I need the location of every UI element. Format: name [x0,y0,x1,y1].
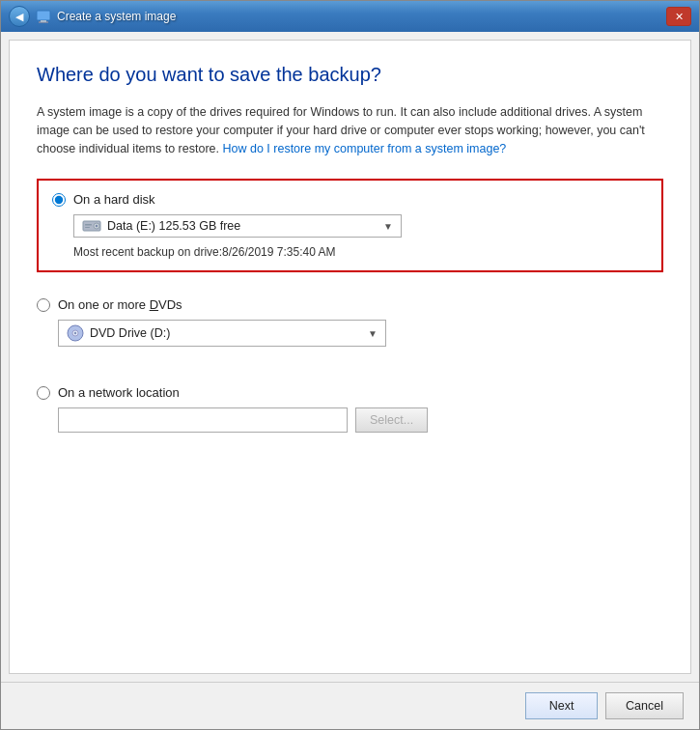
dvd-option: On one or more DVDs DVD Drive (D:) [37,292,663,360]
network-input-row: Select... [58,407,663,433]
hard-disk-icon [82,219,101,233]
network-radio[interactable] [37,386,50,400]
dvd-dropdown-value: DVD Drive (D:) [90,326,170,340]
select-button[interactable]: Select... [355,407,428,433]
hard-disk-radio[interactable] [52,193,66,207]
hard-disk-dropdown[interactable]: Data (E:) 125.53 GB free ▼ [73,214,402,238]
cancel-button[interactable]: Cancel [605,692,684,719]
hard-disk-option-box: On a hard disk Data (E:) 125 [37,179,663,272]
close-button[interactable]: ✕ [666,7,691,26]
dvd-option-row: On one or more DVDs [37,297,663,312]
page-title: Where do you want to save the backup? [37,64,663,86]
title-bar: ◀ Create a system image ✕ [1,1,699,32]
back-button[interactable]: ◀ [9,6,30,27]
svg-point-5 [96,225,98,227]
svg-rect-6 [85,224,92,226]
dvd-label[interactable]: On one or more DVDs [58,297,182,312]
svg-point-10 [74,332,76,334]
dvd-dropdown[interactable]: DVD Drive (D:) ▼ [58,320,386,347]
network-option: On a network location Select... [37,379,663,438]
svg-rect-7 [85,227,90,228]
dvd-dropdown-arrow: ▼ [368,328,378,339]
hard-disk-option-row: On a hard disk [52,192,648,207]
window-icon [36,9,51,24]
options-area: On a hard disk Data (E:) 125 [37,179,663,650]
dvd-icon [67,324,84,342]
network-label[interactable]: On a network location [58,385,180,400]
svg-rect-0 [37,11,50,20]
description-text: A system image is a copy of the drives r… [37,103,663,157]
backup-info: Most recent backup on drive:8/26/2019 7:… [73,245,648,259]
dvd-dropdown-row: DVD Drive (D:) ▼ [58,320,663,347]
back-icon: ◀ [15,11,23,23]
svg-rect-2 [41,20,46,22]
hard-disk-dropdown-inner: Data (E:) 125.53 GB free [82,219,240,233]
window-title: Create a system image [57,10,176,23]
network-option-row: On a network location [37,385,663,400]
dvd-label-underline: D [150,297,158,312]
network-path-input[interactable] [58,407,348,433]
hard-disk-label[interactable]: On a hard disk [73,192,155,207]
next-button[interactable]: Next [525,692,598,719]
help-link[interactable]: How do I restore my computer from a syst… [222,142,506,155]
content-area: Where do you want to save the backup? A … [9,40,691,674]
dvd-label-rest: VDs [158,297,182,312]
hard-disk-dropdown-row: Data (E:) 125.53 GB free ▼ [73,214,648,238]
hard-disk-dropdown-value: Data (E:) 125.53 GB free [107,219,240,233]
main-window: ◀ Create a system image ✕ Where do you w… [0,0,700,730]
title-bar-left: ◀ Create a system image [9,6,176,27]
title-bar-controls: ✕ [666,7,691,26]
dvd-dropdown-inner: DVD Drive (D:) [67,324,170,342]
dvd-radio[interactable] [37,298,50,312]
hard-disk-dropdown-arrow: ▼ [383,221,393,232]
bottom-bar: Next Cancel [1,682,699,729]
